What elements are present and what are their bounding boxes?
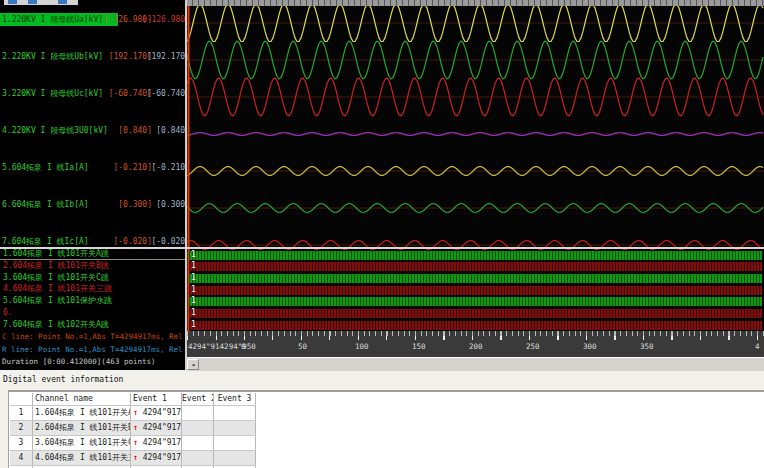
r-line-status: R line: Point No.=1,Abs T=4294917ms, Rel… — [2, 345, 185, 354]
cursor-value-c: [0.840] — [118, 124, 152, 137]
bar-state-label: 1 — [191, 296, 196, 305]
digital-bar[interactable]: 1 — [189, 297, 762, 306]
digital-bar[interactable]: 1 — [189, 274, 762, 283]
digital-channel-row[interactable]: 4.604拓泉 I 线101开关三跳 — [0, 283, 185, 294]
bar-state-label: 1 — [191, 308, 196, 317]
header-event-2: Event 2 — [182, 393, 214, 405]
horizontal-scrollbar[interactable]: ◂ — [187, 357, 764, 371]
axis-tick-label: 200 — [469, 342, 483, 351]
digital-channel-row[interactable]: 3.604拓泉 I 线101开关C跳 — [0, 272, 185, 283]
top-mini-scrollbar[interactable] — [187, 0, 764, 6]
duration-status: Duration [0:00.412000](463 points) — [2, 357, 156, 366]
rising-edge-arrow-icon: ↑ — [133, 423, 138, 432]
time-axis: 4294"914294"9500501001502002503003504 — [187, 331, 764, 357]
analog-channel-name: 1.220KV I 段母线Ua[kV] — [2, 13, 103, 26]
panel-splitter[interactable] — [185, 0, 187, 370]
cursor-value-c: [-0.210] — [113, 161, 152, 174]
scroll-left-button[interactable]: ◂ — [187, 359, 199, 370]
event-table-row[interactable]: 33.604拓泉 I 线101开关C跳↑ 4294"917 ms — [10, 436, 256, 451]
digital-bar[interactable]: 1 — [189, 309, 762, 318]
analog-channel-row[interactable]: 6.604拓泉 I 线Ib[A][0.300][0.300] — [0, 198, 185, 211]
event-table-panel: Channel name Event 1 Event 2 Event 3 11.… — [8, 390, 764, 468]
bar-state-label: 1 — [191, 285, 196, 294]
row-number-cell: 2 — [10, 421, 33, 435]
toolbar-fragment — [4, 0, 78, 5]
channel-name-cell: 4.604拓泉 I 线101开关三跳 — [33, 451, 131, 465]
rising-edge-arrow-icon: ↑ — [133, 408, 138, 417]
event-2-cell — [182, 436, 214, 450]
digital-channel-row[interactable]: 1.604拓泉 I 线101开关A跳 — [0, 248, 185, 259]
channel-label-panel: 1.220KV I 段母线Ua[kV][-126.980][-126.980]2… — [0, 0, 185, 370]
toolbar-icon[interactable] — [28, 0, 37, 4]
cursor-value-r: [-126.980] — [142, 13, 185, 26]
toolbar-icon[interactable] — [8, 0, 17, 4]
axis-tick-label: 0 — [241, 342, 246, 351]
digital-bars-area[interactable]: 1111111 — [187, 0, 764, 331]
bar-state-label: 1 — [191, 320, 196, 329]
axis-tick-label: 100 — [355, 342, 369, 351]
row-number-cell: 1 — [10, 406, 33, 420]
viewer-region: 1111111 1.220KV I 段母线Ua[kV][-126.980][-1… — [0, 0, 764, 370]
event-1-cell: ↑ 4294"917 ms — [131, 451, 182, 465]
digital-channel-row[interactable]: 5.604拓泉 I 线101保护永跳 — [0, 295, 185, 306]
rising-edge-arrow-icon: ↑ — [133, 453, 138, 462]
header-event-3: Event 3 — [214, 393, 256, 405]
analog-channel-row[interactable]: 1.220KV I 段母线Ua[kV][-126.980][-126.980] — [0, 13, 185, 26]
toolbar-icon[interactable] — [58, 0, 67, 4]
event-1-cell: ↑ 4294"917 ms — [131, 406, 182, 420]
bar-state-label: 1 — [191, 261, 196, 270]
analog-channel-row[interactable]: 5.604拓泉 I 线Ia[A][-0.210][-0.210] — [0, 161, 185, 174]
digital-channel-row[interactable]: 2.604拓泉 I 线101开关B跳 — [0, 260, 185, 271]
event-table-row[interactable]: 22.604拓泉 I 线101开关B跳↑ 4294"917 ms — [10, 421, 256, 436]
event-3-cell — [214, 421, 256, 435]
event-2-cell — [182, 406, 214, 420]
event-table-header: Channel name Event 1 Event 2 Event 3 — [10, 393, 256, 406]
cursor-value-r: [0.300] — [156, 198, 185, 211]
axis-minor-ticks — [187, 331, 764, 336]
event-1-cell: ↑ 4294"917 ms — [131, 436, 182, 450]
cursor-value-r: [-60.740] — [147, 87, 185, 100]
cursor-value-c: [-60.740] — [109, 87, 152, 100]
rising-edge-arrow-icon: ↑ — [133, 438, 138, 447]
event-3-cell — [214, 451, 256, 465]
event-table-row[interactable]: 44.604拓泉 I 线101开关三跳↑ 4294"917 ms — [10, 451, 256, 466]
cursor-value-r: [0.840] — [156, 124, 185, 137]
row-number-cell: 4 — [10, 451, 33, 465]
bar-state-label: 1 — [191, 250, 196, 259]
digital-channel-row[interactable]: 6. — [0, 307, 185, 318]
digital-event-panel: Digital event information Channel name E… — [0, 370, 764, 468]
event-panel-title: Digital event information — [3, 375, 123, 384]
cursor-value-c: [192.170] — [109, 50, 152, 63]
analog-digital-splitter[interactable] — [0, 247, 764, 249]
analog-channel-name: 5.604拓泉 I 线Ia[A] — [2, 161, 89, 174]
cursor-value-c: [0.300] — [118, 198, 152, 211]
analog-channel-row[interactable]: 3.220KV I 段母线Uc[kV][-60.740][-60.740] — [0, 87, 185, 100]
event-1-cell: ↑ 4294"917 ms — [131, 421, 182, 435]
digital-bar[interactable]: 1 — [189, 286, 762, 295]
digital-bar[interactable]: 1 — [189, 262, 762, 271]
event-3-cell — [214, 436, 256, 450]
digital-bar[interactable]: 1 — [189, 321, 762, 330]
cursor-value-r: [-0.210] — [151, 161, 185, 174]
axis-tick-label: 300 — [583, 342, 597, 351]
analog-channel-name: 2.220KV I 段母线Ub[kV] — [2, 50, 103, 63]
event-table-row[interactable]: 11.604拓泉 I 线101开关A跳↑ 4294"917 ms — [10, 406, 256, 421]
c-line-status: C line: Point No.=1,Abs T=4294917ms, Rel… — [2, 332, 185, 341]
waveform-viewer-window: 1111111 1.220KV I 段母线Ua[kV][-126.980][-1… — [0, 0, 764, 468]
analog-channel-name: 4.220KV I 段母线3U0[kV] — [2, 124, 108, 137]
digital-bar[interactable]: 1 — [189, 251, 762, 260]
header-event-1: Event 1 — [131, 393, 182, 405]
event-2-cell — [182, 451, 214, 465]
row-number-cell: 3 — [10, 436, 33, 450]
event-table: Channel name Event 1 Event 2 Event 3 11.… — [10, 393, 256, 468]
digital-channel-row[interactable]: 7.604拓泉 I 线102开关A跳 — [0, 319, 185, 330]
channel-name-cell: 2.604拓泉 I 线101开关B跳 — [33, 421, 131, 435]
axis-tick-label: 350 — [640, 342, 654, 351]
cursor-value-r: [192.170] — [147, 50, 185, 63]
axis-tick-label: 4 — [755, 342, 760, 351]
analog-channel-name: 3.220KV I 段母线Uc[kV] — [2, 87, 103, 100]
axis-tick-label: 250 — [526, 342, 540, 351]
analog-channel-row[interactable]: 4.220KV I 段母线3U0[kV][0.840][0.840] — [0, 124, 185, 137]
axis-tick-label: 150 — [412, 342, 426, 351]
analog-channel-row[interactable]: 2.220KV I 段母线Ub[kV][192.170][192.170] — [0, 50, 185, 63]
